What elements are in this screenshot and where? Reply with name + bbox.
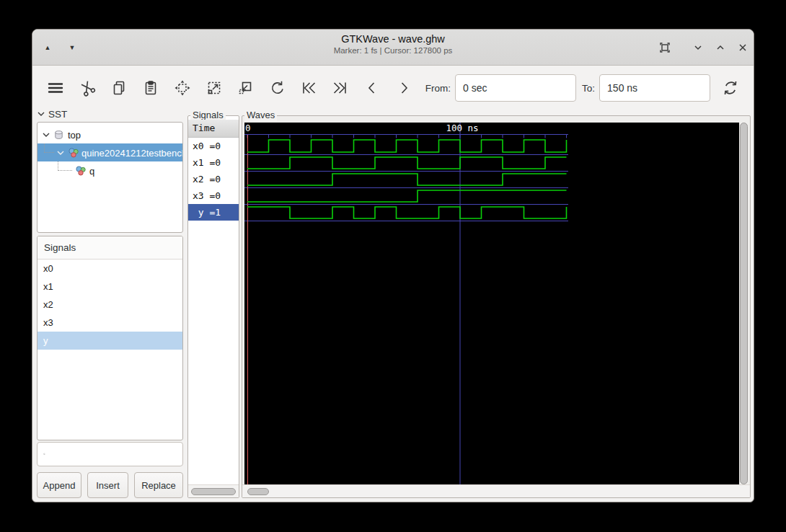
zoom-out-button[interactable] — [235, 78, 255, 98]
undo-button[interactable] — [267, 78, 287, 98]
hamburger-menu-icon — [45, 78, 66, 98]
svg-text:100 ns: 100 ns — [446, 123, 478, 133]
chevron-up-icon — [715, 42, 726, 53]
waves-hscrollbar[interactable] — [242, 484, 750, 497]
module-spheres-icon — [75, 165, 87, 177]
maximize-button[interactable] — [657, 40, 673, 56]
values-hscrollbar[interactable] — [188, 484, 239, 497]
gtkwave-window: ▲ ▼ GTKWave - wave.ghw Marker: 1 fs | Cu… — [32, 29, 754, 502]
list-item-x3[interactable]: x3 — [37, 314, 182, 332]
waves-frame-label: Waves — [244, 110, 277, 121]
value-row[interactable]: x0 =0 — [188, 138, 239, 154]
skip-to-start-button[interactable] — [299, 78, 319, 98]
search-icon — [43, 448, 45, 460]
value-row[interactable]: x3 =0 — [188, 187, 239, 204]
zoom-fit-icon — [174, 79, 191, 97]
chevron-right-icon — [395, 79, 412, 97]
tree-item-label: quine20241212testbench — [81, 147, 183, 158]
close-icon — [737, 42, 749, 53]
zoom-out-icon — [237, 79, 254, 97]
value-row[interactable]: y =1 — [188, 204, 239, 221]
chevron-left-icon — [363, 79, 381, 97]
zoom-in-button[interactable] — [204, 78, 224, 98]
zoom-in-icon — [206, 79, 223, 97]
replace-button[interactable]: Replace — [134, 472, 183, 498]
shade-button[interactable] — [690, 40, 706, 56]
action-buttons: Append Insert Replace — [37, 472, 183, 498]
to-input[interactable] — [599, 74, 710, 102]
list-item-y[interactable]: y — [37, 332, 182, 350]
database-icon — [53, 129, 64, 141]
list-item-x0[interactable]: x0 — [37, 260, 182, 278]
window-title: GTKWave - wave.ghw — [32, 33, 754, 45]
tree-connector — [44, 143, 54, 153]
from-input[interactable] — [455, 74, 576, 102]
insert-button[interactable]: Insert — [87, 472, 128, 498]
time-header[interactable]: Time — [188, 120, 239, 138]
expander-chevron-icon — [37, 110, 45, 118]
clipboard-paste-icon — [142, 79, 159, 97]
search-input[interactable] — [50, 449, 177, 460]
skip-start-icon — [300, 79, 317, 97]
search-box[interactable] — [37, 442, 183, 466]
unshade-button[interactable] — [712, 40, 728, 56]
tree-expander-icon[interactable] — [56, 148, 65, 157]
cut-button[interactable] — [77, 78, 97, 98]
value-row[interactable]: x2 =0 — [188, 171, 239, 187]
previous-edge-button[interactable] — [362, 78, 382, 98]
sst-label: SST — [48, 109, 67, 120]
undo-icon — [268, 79, 286, 97]
scrollbar-thumb[interactable] — [247, 488, 269, 495]
copy-icon — [110, 79, 128, 97]
signal-values-frame: Signals Time x0 =0x1 =0x2 =0x3 =0 y =1 — [187, 115, 239, 498]
skip-end-icon — [332, 79, 349, 97]
wave-svg[interactable]: 0100 ns — [244, 123, 739, 484]
tree-item-label: top — [68, 129, 81, 140]
value-row[interactable]: x1 =0 — [188, 154, 239, 171]
main-area: SST top quine20241212testbench q Signa — [32, 110, 754, 502]
from-label: From: — [425, 83, 451, 94]
sst-expander[interactable]: SST — [37, 107, 67, 120]
titlebar[interactable]: ▲ ▼ GTKWave - wave.ghw Marker: 1 fs | Cu… — [32, 30, 754, 66]
signals-list: x0x1x2x3y — [37, 260, 182, 350]
module-spheres-icon — [68, 147, 79, 159]
zoom-fit-button[interactable] — [172, 78, 193, 98]
next-edge-button[interactable] — [394, 78, 414, 98]
paste-button[interactable] — [141, 78, 161, 98]
append-button[interactable]: Append — [37, 472, 81, 498]
scissors-icon — [79, 79, 96, 97]
toolbar: From: To: — [32, 66, 754, 110]
copy-button[interactable] — [109, 78, 129, 98]
signals-list-header: Signals — [37, 236, 182, 260]
scrollbar-thumb[interactable] — [740, 123, 748, 484]
values-list: x0 =0x1 =0x2 =0x3 =0 y =1 — [188, 138, 239, 221]
skip-to-end-button[interactable] — [330, 78, 350, 98]
waves-vscrollbar[interactable] — [739, 123, 749, 484]
scrollbar-thumb[interactable] — [191, 488, 236, 495]
to-label: To: — [582, 83, 595, 94]
svg-text:0: 0 — [245, 123, 251, 133]
tree-expander-icon[interactable] — [42, 130, 50, 139]
tree-item-q[interactable]: q — [37, 161, 182, 179]
tree-item-label: q — [89, 165, 94, 176]
chevron-down-icon — [692, 42, 704, 53]
tree-connector — [58, 161, 72, 171]
signals-list-panel: Signals x0x1x2x3y — [37, 236, 183, 440]
reload-icon — [721, 79, 740, 97]
reload-button[interactable] — [720, 78, 741, 98]
marker-cursor-status: Marker: 1 fs | Cursor: 127800 ps — [32, 46, 754, 55]
menu-button[interactable] — [45, 78, 66, 98]
maximize-icon — [659, 42, 671, 53]
close-button[interactable] — [735, 40, 751, 56]
list-item-x2[interactable]: x2 — [37, 296, 182, 314]
list-item-x1[interactable]: x1 — [37, 278, 182, 296]
tree-item-top[interactable]: top — [37, 125, 182, 143]
tree-item-testbench[interactable]: quine20241212testbench — [37, 143, 182, 161]
waves-frame: Waves 0100 ns — [242, 115, 751, 498]
sst-tree-panel: top quine20241212testbench q — [37, 122, 183, 233]
